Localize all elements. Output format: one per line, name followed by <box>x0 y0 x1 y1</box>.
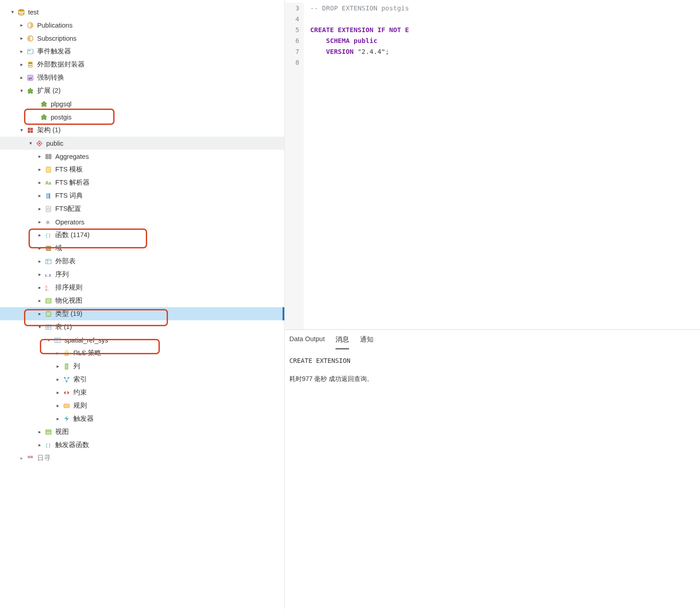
index-icon <box>62 376 71 384</box>
tree-label: 强制转换 <box>37 73 64 82</box>
tree-node-indexes[interactable]: ▸ 索引 <box>0 373 284 386</box>
event-trigger-icon <box>26 48 34 56</box>
svg-rect-19 <box>46 167 51 172</box>
chevron-right-icon[interactable]: ▸ <box>36 245 43 251</box>
chevron-down-icon[interactable]: ▾ <box>27 140 34 146</box>
tab-notifications[interactable]: 通知 <box>360 335 374 349</box>
chevron-right-icon[interactable]: ▸ <box>54 363 62 369</box>
tree-node-matviews[interactable]: ▸ 物化视图 <box>0 294 284 307</box>
chevron-right-icon[interactable]: ▸ <box>54 416 62 422</box>
chevron-right-icon[interactable]: ▸ <box>36 193 43 199</box>
output-line: CREATE EXTENSION <box>289 355 695 366</box>
tree-node-subscriptions[interactable]: ▸ Subscriptions <box>0 32 284 45</box>
trigger-func-icon: { } <box>44 441 53 449</box>
chevron-right-icon[interactable]: ▸ <box>36 298 43 304</box>
tree-node-fdw[interactable]: ▸ 外部数据封装器 <box>0 58 284 71</box>
trigger-icon <box>62 415 71 423</box>
fts-config-icon <box>44 205 53 213</box>
tree-label: 触发器 <box>73 414 94 423</box>
tree-node-extensions[interactable]: ▾ 扩展 (2) <box>0 84 284 97</box>
tree-node-functions[interactable]: ▸ { } 函数 (1174) <box>0 228 284 242</box>
tree-node-database[interactable]: ▾ test <box>0 5 284 19</box>
tree-node-fts-config[interactable]: ▸ FTS配置 <box>0 202 284 215</box>
tree-node-schemas[interactable]: ▾ 架构 (1) <box>0 124 284 137</box>
chevron-right-icon[interactable]: ▸ <box>18 22 25 28</box>
chevron-right-icon[interactable]: ▸ <box>18 48 25 54</box>
tab-messages[interactable]: 消息 <box>336 335 349 349</box>
tree-node-foreign-tables[interactable]: ▸ 外部表 <box>0 255 284 268</box>
chevron-right-icon[interactable]: ▸ <box>54 403 62 409</box>
svg-rect-28 <box>46 259 51 264</box>
chevron-down-icon[interactable]: ▾ <box>9 9 16 15</box>
tree-node-columns[interactable]: ▸ 列 <box>0 360 284 373</box>
tree-node-fts-dict[interactable]: ▸ FTS 词典 <box>0 189 284 202</box>
aggregates-icon <box>44 152 53 161</box>
svg-point-6 <box>28 62 33 64</box>
editor-panel: 345678 -- DROP EXTENSION postgisCREATE E… <box>285 0 700 609</box>
chevron-right-icon[interactable]: ▸ <box>18 62 25 67</box>
chevron-right-icon[interactable]: ▸ <box>36 153 43 159</box>
tree-node-sequences[interactable]: ▸ 1..3 序列 <box>0 268 284 281</box>
tree-node-types[interactable]: ▸ 类型 (19) <box>0 307 284 320</box>
chevron-right-icon[interactable]: ▸ <box>36 271 43 277</box>
tab-data-output[interactable]: Data Output <box>289 335 325 349</box>
svg-rect-17 <box>46 154 48 159</box>
tree-node-views[interactable]: ▸ 视图 <box>0 425 284 438</box>
svg-text:⊕: ⊕ <box>46 219 50 225</box>
chevron-down-icon[interactable]: ▾ <box>36 324 43 330</box>
tree-node-rls[interactable]: ▸ RLS 策略 <box>0 347 284 360</box>
chevron-right-icon[interactable]: ▸ <box>54 350 62 356</box>
chevron-right-icon[interactable]: ▸ <box>36 180 43 186</box>
chevron-right-icon[interactable]: ▸ <box>36 219 43 225</box>
chevron-right-icon[interactable]: ▸ <box>36 311 43 317</box>
svg-text:1..3: 1..3 <box>45 273 51 277</box>
chevron-right-icon[interactable]: ▸ <box>18 455 25 461</box>
chevron-right-icon[interactable]: ▸ <box>36 167 43 172</box>
tree-node-fts-templates[interactable]: ▸ FTS 模板 <box>0 163 284 176</box>
chevron-down-icon[interactable]: ▾ <box>45 337 53 343</box>
catalog-icon <box>26 454 34 462</box>
output-panel: Data Output 消息 通知 CREATE EXTENSION 耗时977… <box>285 329 700 609</box>
cast-icon: ⇄ <box>26 74 34 82</box>
table-icon <box>53 336 62 344</box>
tree-node-ext-plpgsql[interactable]: ▸ plpgsql <box>0 97 284 110</box>
object-tree[interactable]: ▾ test ▸ Publications ▸ Subscriptions ▸ … <box>0 0 284 465</box>
chevron-right-icon[interactable]: ▸ <box>36 206 43 212</box>
chevron-right-icon[interactable]: ▸ <box>18 75 25 81</box>
sql-editor[interactable]: 345678 -- DROP EXTENSION postgisCREATE E… <box>285 0 700 329</box>
tree-node-tables[interactable]: ▾ 表 (1) <box>0 320 284 333</box>
tree-node-catalogs[interactable]: ▸ 日寻 <box>0 452 284 465</box>
tree-node-table-spatial[interactable]: ▾ spatial_ref_sys <box>0 333 284 347</box>
tree-node-fts-parsers[interactable]: ▸ Aa FTS 解析器 <box>0 176 284 189</box>
tree-node-aggregates[interactable]: ▸ Aggregates <box>0 150 284 163</box>
tree-label: postgis <box>51 114 72 121</box>
chevron-down-icon[interactable]: ▾ <box>18 88 25 94</box>
tree-label: Operators <box>55 219 84 226</box>
chevron-right-icon[interactable]: ▸ <box>36 258 43 264</box>
svg-rect-54 <box>31 456 33 458</box>
chevron-right-icon[interactable]: ▸ <box>54 390 62 395</box>
code-content[interactable]: -- DROP EXTENSION postgisCREATE EXTENSIO… <box>304 3 409 329</box>
chevron-down-icon[interactable]: ▾ <box>18 127 25 133</box>
tree-node-rules[interactable]: ▸ 规则 <box>0 399 284 412</box>
tree-node-domains[interactable]: ▸ 域 <box>0 242 284 255</box>
svg-text:Aa: Aa <box>45 181 51 186</box>
tree-node-collations[interactable]: ▸ AB↓ 排序规则 <box>0 281 284 294</box>
chevron-right-icon[interactable]: ▸ <box>54 376 62 382</box>
tree-node-operators[interactable]: ▸ ⊕ Operators <box>0 215 284 228</box>
chevron-right-icon[interactable]: ▸ <box>36 285 43 290</box>
tree-node-casts[interactable]: ▸ ⇄ 强制转换 <box>0 71 284 84</box>
chevron-right-icon[interactable]: ▸ <box>36 232 43 238</box>
tree-node-publications[interactable]: ▸ Publications <box>0 19 284 32</box>
tree-node-schema-public[interactable]: ▾ public <box>0 137 284 150</box>
tree-node-constraints[interactable]: ▸ 约束 <box>0 386 284 399</box>
chevron-right-icon[interactable]: ▸ <box>36 429 43 435</box>
chevron-right-icon[interactable]: ▸ <box>36 442 43 448</box>
tree-node-triggers[interactable]: ▸ 触发器 <box>0 412 284 425</box>
tree-node-event-triggers[interactable]: ▸ 事件触发器 <box>0 45 284 58</box>
chevron-right-icon[interactable]: ▸ <box>18 35 25 41</box>
operators-icon: ⊕ <box>44 218 53 226</box>
tree-node-trigger-funcs[interactable]: ▸ { } 触发器函数 <box>0 438 284 452</box>
tree-node-ext-postgis[interactable]: ▸ postgis <box>0 110 284 124</box>
tree-label: 表 (1) <box>55 323 72 331</box>
